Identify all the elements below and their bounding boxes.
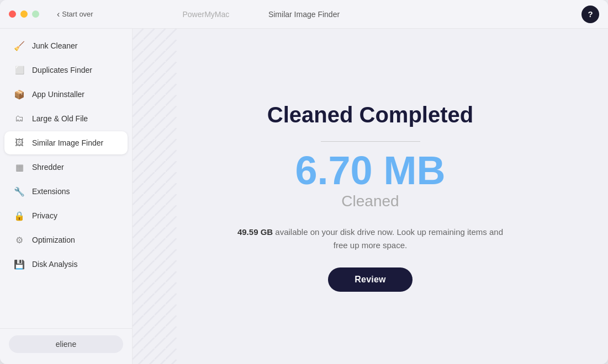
sidebar-item-large-old-file[interactable]: Large & Old File — [4, 107, 128, 130]
sidebar-label-large-old-file: Large & Old File — [32, 114, 88, 123]
sidebar: Junk CleanerDuplicates FinderApp Uninsta… — [0, 29, 133, 364]
sidebar-item-shredder[interactable]: Shredder — [4, 156, 128, 179]
cleaned-label: Cleaned — [232, 192, 509, 210]
sidebar-footer: eliene — [0, 328, 132, 360]
privacy-icon — [13, 210, 25, 222]
sidebar-label-privacy: Privacy — [32, 211, 57, 220]
sidebar-label-shredder: Shredder — [32, 163, 64, 172]
sidebar-item-extensions[interactable]: Extensions — [4, 180, 128, 203]
cleaned-size: 6.70 MB — [232, 151, 509, 190]
disk-size: 49.59 GB — [237, 227, 273, 237]
sidebar-items: Junk CleanerDuplicates FinderApp Uninsta… — [0, 33, 132, 328]
sidebar-item-duplicates-finder[interactable]: Duplicates Finder — [4, 58, 128, 82]
extensions-icon — [13, 185, 25, 197]
traffic-lights — [9, 10, 39, 18]
titlebar: PowerMyMac ‹ Start over Similar Image Fi… — [0, 0, 608, 29]
review-button[interactable]: Review — [328, 267, 412, 292]
minimize-button[interactable] — [20, 10, 28, 18]
help-icon: ? — [588, 9, 593, 19]
maximize-button[interactable] — [32, 10, 39, 18]
duplicates-icon — [13, 64, 25, 76]
page-title: Similar Image Finder — [268, 10, 340, 19]
sidebar-label-disk-analysis: Disk Analysis — [32, 260, 77, 269]
large-file-icon — [13, 113, 25, 125]
start-over-button[interactable]: ‹ Start over — [57, 9, 93, 19]
sidebar-item-disk-analysis[interactable]: Disk Analysis — [4, 253, 128, 276]
image-icon — [13, 137, 25, 149]
sidebar-label-junk-cleaner: Junk Cleaner — [32, 41, 78, 50]
uninstaller-icon — [13, 88, 25, 100]
user-name: eliene — [56, 340, 76, 349]
result-container: Cleaned Completed 6.70 MB Cleaned 49.59 … — [232, 101, 509, 292]
start-over-label: Start over — [62, 10, 93, 18]
close-button[interactable] — [9, 10, 16, 18]
sidebar-item-app-uninstaller[interactable]: App Uninstaller — [4, 83, 128, 106]
disk-info-text: available on your disk drive now. Look u… — [273, 227, 503, 250]
app-name-label: PowerMyMac — [183, 10, 230, 19]
sidebar-label-duplicates-finder: Duplicates Finder — [32, 66, 92, 74]
sidebar-item-junk-cleaner[interactable]: Junk Cleaner — [4, 34, 128, 57]
app-window: PowerMyMac ‹ Start over Similar Image Fi… — [0, 0, 608, 364]
sidebar-item-optimization[interactable]: Optimization — [4, 228, 128, 251]
content-area: Cleaned Completed 6.70 MB Cleaned 49.59 … — [133, 29, 608, 364]
shredder-icon — [13, 161, 25, 173]
sidebar-item-similar-image-finder[interactable]: Similar Image Finder — [4, 131, 128, 154]
junk-icon — [13, 40, 25, 52]
sidebar-label-extensions: Extensions — [32, 187, 70, 196]
main-layout: Junk CleanerDuplicates FinderApp Uninsta… — [0, 29, 608, 364]
sidebar-item-privacy[interactable]: Privacy — [4, 204, 128, 227]
sidebar-label-app-uninstaller: App Uninstaller — [32, 90, 84, 99]
divider — [321, 141, 420, 142]
help-button[interactable]: ? — [581, 6, 599, 23]
disk-info: 49.59 GB available on your disk drive no… — [232, 226, 509, 252]
chevron-left-icon: ‹ — [57, 9, 60, 19]
sidebar-label-optimization: Optimization — [32, 235, 75, 244]
user-pill[interactable]: eliene — [9, 335, 123, 353]
optimization-icon — [13, 234, 25, 246]
result-title: Cleaned Completed — [232, 101, 509, 128]
sidebar-label-similar-image-finder: Similar Image Finder — [32, 138, 103, 147]
disk-icon — [13, 258, 25, 270]
